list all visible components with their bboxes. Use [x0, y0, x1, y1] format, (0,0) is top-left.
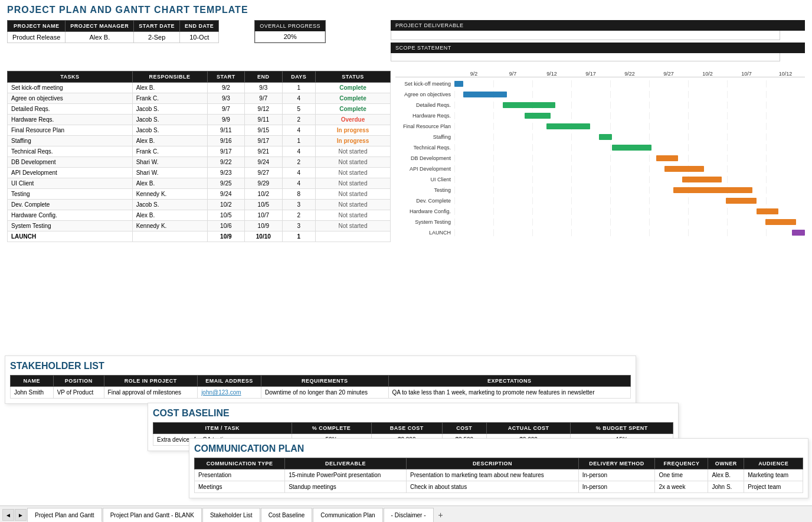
- tab-item[interactable]: Cost Baseline: [261, 508, 313, 522]
- scope-header: SCOPE STATEMENT: [391, 43, 805, 53]
- gantt-row-label: Agree on objectives: [395, 92, 454, 97]
- cost-col-header: BASE COST: [371, 423, 442, 434]
- task-status: Not started: [315, 146, 390, 157]
- task-name: Testing: [8, 189, 133, 200]
- gantt-row-label: Testing: [395, 187, 454, 193]
- task-days: 4: [282, 146, 315, 157]
- task-end: 9/21: [245, 146, 282, 157]
- task-end: 10/9: [245, 221, 282, 231]
- stakeholder-col-header: EMAIL ADDRESS: [198, 376, 261, 387]
- tab-item[interactable]: Communication Plan: [313, 508, 382, 522]
- progress-box: OVERALL PROGRESS 20%: [254, 20, 326, 43]
- gantt-bar: [664, 166, 704, 172]
- comm-owner: John S.: [708, 481, 744, 493]
- gantt-timeline: [454, 197, 805, 204]
- comm-frequency: One time: [655, 469, 708, 481]
- main-container: PROJECT PLAN AND GANTT CHART TEMPLATE PR…: [0, 0, 812, 522]
- task-name: Final Resource Plan: [8, 125, 133, 136]
- task-responsible: Jacob S.: [132, 200, 207, 210]
- stakeholder-col-header: NAME: [11, 376, 54, 387]
- tab-item[interactable]: Project Plan and Gantt: [27, 508, 102, 522]
- cost-col-header: % BUDGET SPENT: [571, 423, 673, 434]
- gantt-row-label: UI Client: [395, 177, 454, 182]
- gantt-row: UI Client: [395, 174, 805, 184]
- sh-name: John Smith: [11, 387, 54, 399]
- task-name: Agree on objectives: [8, 93, 133, 104]
- gantt-timeline: [454, 208, 805, 215]
- task-name: Hardware Config.: [8, 210, 133, 221]
- tasks-col-status: STATUS: [315, 71, 390, 83]
- gantt-bar: [656, 155, 678, 161]
- task-start: 9/2: [207, 83, 244, 93]
- comm-card: COMMUNICATION PLAN COMMUNICATION TYPEDEL…: [189, 438, 808, 498]
- gantt-row: Final Resource Plan: [395, 121, 805, 131]
- tab-nav-right[interactable]: ►: [15, 509, 27, 521]
- tab-item[interactable]: Project Plan and Gantt - BLANK: [103, 508, 202, 522]
- cost-col-header: ACTUAL COST: [486, 423, 570, 434]
- comm-deliverable: 15-minute PowerPoint presentation: [285, 469, 407, 481]
- gantt-date: 10/12: [766, 71, 805, 77]
- deliverable-header: PROJECT DELIVERABLE: [391, 20, 805, 31]
- gantt-timeline: [454, 102, 805, 109]
- tab-nav-left[interactable]: ◄: [2, 509, 14, 521]
- gantt-section: 9/29/79/129/179/229/2710/210/710/12 Set …: [395, 71, 805, 242]
- tab-bar: ◄ ► Project Plan and GanttProject Plan a…: [0, 505, 812, 522]
- gantt-row-label: Set kick-off meeting: [395, 81, 454, 87]
- task-start: 9/3: [207, 93, 244, 104]
- task-name: Detailed Reqs.: [8, 104, 133, 115]
- task-status: Not started: [315, 168, 390, 178]
- gantt-row: Dev. Complete: [395, 195, 805, 205]
- gantt-bar: [792, 230, 805, 236]
- task-responsible: Kennedy K.: [132, 221, 207, 231]
- stakeholder-title: STAKEHOLDER LIST: [10, 361, 631, 371]
- col-manager: PROJECT MANAGER: [66, 21, 134, 32]
- task-end: 9/29: [245, 178, 282, 189]
- task-end: 9/27: [245, 168, 282, 178]
- stakeholder-col-header: REQUIREMENTS: [261, 376, 388, 387]
- task-start: 10/5: [207, 210, 244, 221]
- task-days: 2: [282, 115, 315, 125]
- task-start: 9/22: [207, 157, 244, 168]
- gantt-row: API Development: [395, 164, 805, 174]
- task-status: [315, 231, 390, 242]
- task-end: 9/15: [245, 125, 282, 136]
- comm-method: In-person: [578, 469, 655, 481]
- gantt-row-label: Hardware Reqs.: [395, 113, 454, 119]
- task-start: 9/9: [207, 115, 244, 125]
- gantt-date: 9/12: [532, 71, 571, 77]
- gantt-timeline: [454, 91, 805, 98]
- task-status: Complete: [315, 83, 390, 93]
- comm-row: Meetings Standup meetings Check in about…: [195, 481, 803, 493]
- task-end: 9/12: [245, 104, 282, 115]
- comm-col-header: DESCRIPTION: [407, 458, 579, 469]
- task-name: DB Development: [8, 157, 133, 168]
- gantt-row: Set kick-off meeting: [395, 79, 805, 89]
- cost-col-header: ITEM / TASK: [153, 423, 292, 434]
- comm-col-header: COMMUNICATION TYPE: [195, 458, 285, 469]
- task-end: 9/24: [245, 157, 282, 168]
- comm-description: Check in about status: [407, 481, 579, 493]
- task-responsible: Shari W.: [132, 168, 207, 178]
- gantt-date: 9/27: [649, 71, 688, 77]
- tab-item[interactable]: Stakeholder List: [202, 508, 260, 522]
- gantt-row-label: Final Resource Plan: [395, 123, 454, 129]
- task-days: 4: [282, 93, 315, 104]
- sh-expectations: QA to take less than 1 week, marketing t…: [388, 387, 630, 399]
- gantt-row-label: System Testing: [395, 219, 454, 225]
- task-start: 9/16: [207, 136, 244, 146]
- tab-add-button[interactable]: +: [434, 508, 447, 521]
- right-boxes: PROJECT DELIVERABLE SCOPE STATEMENT: [391, 20, 805, 64]
- task-start: 9/23: [207, 168, 244, 178]
- project-manager-value: Alex B.: [66, 32, 134, 43]
- task-responsible: Jacob S.: [132, 104, 207, 115]
- progress-value: 20%: [255, 31, 325, 43]
- project-name-value: Product Release: [8, 32, 66, 43]
- tab-item[interactable]: - Disclaimer -: [384, 508, 434, 522]
- task-start: 9/24: [207, 189, 244, 200]
- comm-frequency: 2x a week: [655, 481, 708, 493]
- top-section: PROJECT PLAN AND GANTT CHART TEMPLATE PR…: [0, 0, 812, 71]
- page-title: PROJECT PLAN AND GANTT CHART TEMPLATE: [7, 5, 805, 15]
- task-responsible: Alex B.: [132, 210, 207, 221]
- task-end: 9/3: [245, 83, 282, 93]
- task-responsible: Frank C.: [132, 146, 207, 157]
